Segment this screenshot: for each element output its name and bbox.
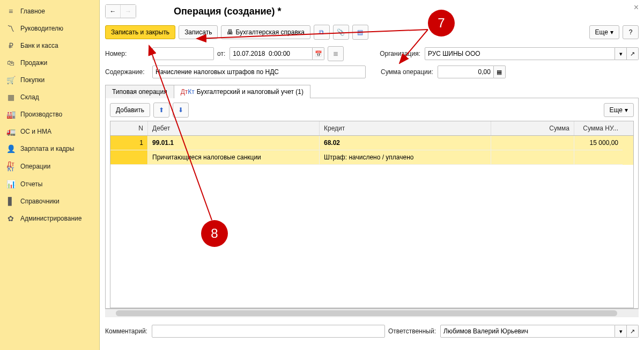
nav-buttons: ← → bbox=[105, 4, 136, 18]
fill-button[interactable]: ⧉ bbox=[314, 25, 330, 40]
bag-icon: 🛍 bbox=[5, 59, 16, 67]
cell-sum[interactable] bbox=[491, 136, 574, 150]
attach-button[interactable]: 📎 bbox=[333, 25, 349, 40]
cart-icon: 🛒 bbox=[5, 76, 16, 84]
sidebar-nav: ≡Главное 〽Руководителю ₽Банк и касса 🛍Пр… bbox=[0, 0, 100, 350]
col-sum[interactable]: Сумма bbox=[491, 121, 574, 135]
dtkt-icon: ДтКт bbox=[5, 162, 16, 171]
comment-label: Комментарий: bbox=[105, 327, 147, 335]
sidebar-item-sales[interactable]: 🛍Продажи bbox=[0, 54, 99, 71]
page-title: Операция (создание) * bbox=[174, 6, 282, 17]
org-input[interactable] bbox=[425, 47, 615, 60]
truck-icon: 🚛 bbox=[5, 127, 16, 136]
sidebar-item-directories[interactable]: ▋Справочники bbox=[0, 193, 99, 210]
col-debit[interactable]: Дебет bbox=[148, 121, 320, 135]
move-down-button[interactable]: ⬇ bbox=[173, 103, 189, 118]
sidebar-item-production[interactable]: 🏭Производство bbox=[0, 106, 99, 123]
gear-icon: ✿ bbox=[5, 214, 16, 223]
sidebar-item-admin[interactable]: ✿Администрирование bbox=[0, 210, 99, 227]
sidebar-item-purchases[interactable]: 🛒Покупки bbox=[0, 71, 99, 89]
topbar: ← → Операция (создание) * bbox=[100, 0, 644, 20]
person-icon: 👤 bbox=[5, 144, 16, 153]
calc-icon[interactable]: ▦ bbox=[494, 65, 506, 78]
cell-sum2[interactable] bbox=[491, 150, 574, 165]
scrollbar-thumb[interactable] bbox=[116, 310, 617, 316]
sidebar-item-salary[interactable]: 👤Зарплата и кадры bbox=[0, 140, 99, 157]
col-sumnu[interactable]: Сумма НУ... bbox=[574, 121, 623, 135]
date-group: 📅 bbox=[230, 47, 324, 60]
dropdown-icon[interactable]: ▾ bbox=[615, 47, 627, 60]
more-button[interactable]: Еще ▾ bbox=[589, 25, 619, 39]
responsible-label: Ответственный: bbox=[388, 327, 436, 335]
help-button[interactable]: ? bbox=[623, 25, 639, 39]
forward-button[interactable]: → bbox=[121, 5, 136, 18]
sidebar-item-bank[interactable]: ₽Банк и касса bbox=[0, 37, 99, 54]
h-scrollbar[interactable] bbox=[105, 309, 639, 317]
dropdown-icon[interactable]: ▾ bbox=[615, 325, 627, 338]
save-close-button[interactable]: Записать и закрыть bbox=[105, 25, 175, 39]
open-icon[interactable]: ↗ bbox=[627, 47, 639, 60]
org-label: Организация: bbox=[380, 50, 420, 57]
org-group: ▾ ↗ bbox=[425, 47, 639, 60]
books-icon: ▋ bbox=[5, 197, 16, 206]
table-body[interactable]: 1 99.01.1 68.02 15 000,00 Причитающиеся … bbox=[110, 136, 633, 308]
print-icon: 🖶 bbox=[227, 28, 233, 36]
calendar-icon[interactable]: 📅 bbox=[313, 47, 324, 60]
sum-input[interactable] bbox=[438, 65, 494, 78]
template-button[interactable]: ▤ bbox=[352, 25, 368, 40]
sum-group: ▦ bbox=[438, 65, 506, 78]
tabs: Типовая операция ДтКтБухгалтерский и нал… bbox=[105, 85, 639, 98]
cell-credit-acc[interactable]: 68.02 bbox=[320, 136, 491, 150]
table-row[interactable]: 1 99.01.1 68.02 15 000,00 bbox=[110, 136, 633, 150]
back-button[interactable]: ← bbox=[106, 5, 121, 18]
row-number: Номер: от: 📅 ≣ Организация: ▾ ↗ bbox=[100, 44, 644, 63]
sidebar-item-assets[interactable]: 🚛ОС и НМА bbox=[0, 123, 99, 140]
cell-credit-desc[interactable]: Штраф: начислено / уплачено bbox=[320, 150, 491, 165]
cell-sumnu2[interactable] bbox=[574, 150, 623, 165]
sidebar-item-operations[interactable]: ДтКтОперации bbox=[0, 157, 99, 176]
date-input[interactable] bbox=[230, 47, 313, 60]
content-input[interactable] bbox=[152, 65, 366, 78]
ruble-icon: ₽ bbox=[5, 41, 16, 50]
save-button[interactable]: Записать bbox=[179, 25, 218, 39]
accounting-ref-button[interactable]: 🖶Бухгалтерская справка bbox=[221, 25, 310, 39]
tab-panel: Добавить ⬆ ⬇ Еще ▾ N Дебет Кредит Сумма … bbox=[105, 98, 639, 309]
close-icon[interactable]: × bbox=[634, 3, 639, 12]
doc-list-button[interactable]: ≣ bbox=[328, 46, 344, 61]
open-icon[interactable]: ↗ bbox=[627, 325, 639, 338]
sub-more-button[interactable]: Еще ▾ bbox=[604, 103, 634, 117]
menu-icon: ≡ bbox=[5, 7, 16, 16]
responsible-input[interactable] bbox=[440, 325, 615, 338]
col-n[interactable]: N bbox=[110, 121, 148, 135]
number-input[interactable] bbox=[152, 47, 214, 60]
bottom-row: Комментарий: Ответственный: ▾ ↗ bbox=[100, 322, 644, 341]
main-content: × ← → Операция (создание) * Записать и з… bbox=[100, 0, 644, 350]
sidebar-item-warehouse[interactable]: ▦Склад bbox=[0, 89, 99, 106]
table-row[interactable]: Причитающиеся налоговые санкции Штраф: н… bbox=[110, 150, 633, 165]
entries-table: N Дебет Кредит Сумма Сумма НУ... 1 99.01… bbox=[110, 121, 634, 308]
sidebar-item-manager[interactable]: 〽Руководителю bbox=[0, 20, 99, 37]
chevron-down-icon: ▾ bbox=[610, 28, 613, 36]
col-credit[interactable]: Кредит bbox=[320, 121, 491, 135]
table-header: N Дебет Кредит Сумма Сумма НУ... bbox=[110, 121, 633, 136]
cell-n-blank[interactable] bbox=[110, 150, 148, 165]
sidebar-item-reports[interactable]: 📊Отчеты bbox=[0, 176, 99, 193]
row-content: Содержание: Сумма операции: ▦ bbox=[100, 63, 644, 81]
tab-typical[interactable]: Типовая операция bbox=[105, 85, 174, 98]
cell-n[interactable]: 1 bbox=[110, 136, 148, 150]
tab-accounting[interactable]: ДтКтБухгалтерский и налоговый учет (1) bbox=[174, 85, 310, 98]
responsible-group: ▾ ↗ bbox=[440, 325, 639, 338]
main-toolbar: Записать и закрыть Записать 🖶Бухгалтерск… bbox=[100, 20, 644, 44]
add-button[interactable]: Добавить bbox=[110, 103, 150, 117]
bars-icon: 📊 bbox=[5, 180, 16, 188]
from-label: от: bbox=[217, 50, 225, 57]
cell-debit-acc[interactable]: 99.01.1 bbox=[148, 136, 320, 150]
building-icon: 🏭 bbox=[5, 110, 16, 119]
cell-debit-desc[interactable]: Причитающиеся налоговые санкции bbox=[148, 150, 320, 165]
dtkt-icon: ДтКт bbox=[181, 90, 195, 94]
comment-input[interactable] bbox=[152, 325, 385, 338]
sidebar-item-main[interactable]: ≡Главное bbox=[0, 3, 99, 20]
move-up-button[interactable]: ⬆ bbox=[153, 103, 169, 118]
cell-sumnu[interactable]: 15 000,00 bbox=[574, 136, 623, 150]
sum-label: Сумма операции: bbox=[381, 68, 433, 76]
